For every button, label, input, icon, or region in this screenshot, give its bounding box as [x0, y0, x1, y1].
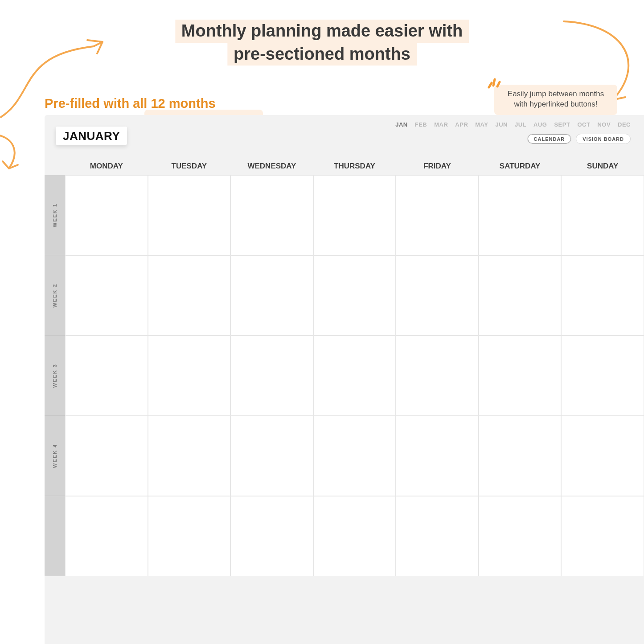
month-nav: JAN FEB MAR APR MAY JUN JUL AUG SEPT OCT…	[395, 121, 631, 128]
month-nav-dec[interactable]: DEC	[618, 121, 631, 128]
current-month-chip: JANUARY	[56, 127, 127, 145]
grid-cell[interactable]	[396, 255, 479, 336]
grid-cell[interactable]	[65, 175, 148, 255]
grid-cell[interactable]	[230, 496, 313, 576]
planner-panel: JANUARY JAN FEB MAR APR MAY JUN JUL AUG …	[45, 115, 644, 644]
month-nav-apr[interactable]: APR	[455, 121, 468, 128]
grid-cell[interactable]	[479, 416, 562, 496]
headline-line2: pre-sectioned months	[227, 43, 417, 66]
day-header-sunday: SUNDAY	[561, 162, 644, 175]
month-nav-mar[interactable]: MAR	[434, 121, 448, 128]
grid-cell[interactable]	[148, 255, 231, 336]
grid-cell[interactable]	[230, 255, 313, 336]
week-label-5	[45, 496, 65, 576]
calendar-grid: WEEK 1 WEEK 2 WEEK 3 WEEK 4	[45, 175, 644, 576]
week-label-2: WEEK 2	[45, 255, 65, 336]
grid-cell[interactable]	[65, 416, 148, 496]
grid-cell[interactable]	[230, 416, 313, 496]
callout-hyperlink-text: Easily jump between months with hyperlin…	[508, 90, 604, 108]
grid-cell[interactable]	[313, 336, 396, 416]
grid-cell[interactable]	[313, 175, 396, 255]
spark-icon	[486, 76, 501, 92]
day-header-friday: FRIDAY	[396, 162, 479, 175]
month-nav-may[interactable]: MAY	[475, 121, 488, 128]
grid-cell[interactable]	[148, 416, 231, 496]
grid-cell[interactable]	[479, 255, 562, 336]
grid-cell[interactable]	[479, 336, 562, 416]
planner-topbar: JANUARY JAN FEB MAR APR MAY JUN JUL AUG …	[45, 115, 644, 162]
grid-cell[interactable]	[313, 255, 396, 336]
page-headline: Monthly planning made easier with pre-se…	[175, 20, 469, 66]
grid-cell[interactable]	[561, 416, 644, 496]
month-nav-jan[interactable]: JAN	[395, 121, 408, 128]
month-nav-nov[interactable]: NOV	[597, 121, 611, 128]
day-header-wednesday: WEDNESDAY	[230, 162, 313, 175]
grid-cell[interactable]	[479, 496, 562, 576]
view-tabs: CALENDAR VISION BOARD	[527, 134, 631, 144]
grid-cell[interactable]	[396, 416, 479, 496]
callout-hyperlink: Easily jump between months with hyperlin…	[494, 85, 617, 115]
month-nav-jul[interactable]: JUL	[515, 121, 526, 128]
week-label-1: WEEK 1	[45, 175, 65, 255]
grid-cell[interactable]	[561, 336, 644, 416]
month-nav-feb[interactable]: FEB	[415, 121, 427, 128]
arrow-bottom-left-icon	[0, 134, 22, 178]
subhead-text: Pre-filled with all 12 months	[45, 96, 216, 111]
grid-cell[interactable]	[396, 496, 479, 576]
grid-cell[interactable]	[313, 416, 396, 496]
gutter-spacer	[45, 162, 65, 175]
day-header-tuesday: TUESDAY	[148, 162, 231, 175]
day-header-thursday: THURSDAY	[313, 162, 396, 175]
grid-cell[interactable]	[148, 336, 231, 416]
grid-cell[interactable]	[148, 175, 231, 255]
month-nav-oct[interactable]: OCT	[577, 121, 590, 128]
grid-cell[interactable]	[561, 255, 644, 336]
grid-cell[interactable]	[230, 336, 313, 416]
grid-cell[interactable]	[479, 175, 562, 255]
grid-cell[interactable]	[65, 255, 148, 336]
day-header-row: MONDAY TUESDAY WEDNESDAY THURSDAY FRIDAY…	[45, 162, 644, 175]
tab-vision-board[interactable]: VISION BOARD	[576, 134, 631, 144]
grid-cell[interactable]	[396, 175, 479, 255]
week-label-4: WEEK 4	[45, 416, 65, 496]
headline-line1: Monthly planning made easier with	[175, 20, 469, 43]
month-nav-aug[interactable]: AUG	[533, 121, 547, 128]
month-nav-jun[interactable]: JUN	[495, 121, 508, 128]
grid-cell[interactable]	[65, 336, 148, 416]
grid-cell[interactable]	[230, 175, 313, 255]
grid-cell[interactable]	[148, 496, 231, 576]
grid-cell[interactable]	[561, 175, 644, 255]
day-header-saturday: SATURDAY	[479, 162, 562, 175]
month-nav-sept[interactable]: SEPT	[554, 121, 570, 128]
grid-cell[interactable]	[561, 496, 644, 576]
week-label-3: WEEK 3	[45, 336, 65, 416]
grid-cell[interactable]	[396, 336, 479, 416]
day-header-monday: MONDAY	[65, 162, 148, 175]
grid-cell[interactable]	[313, 496, 396, 576]
grid-cell[interactable]	[65, 496, 148, 576]
tab-calendar[interactable]: CALENDAR	[527, 134, 572, 144]
